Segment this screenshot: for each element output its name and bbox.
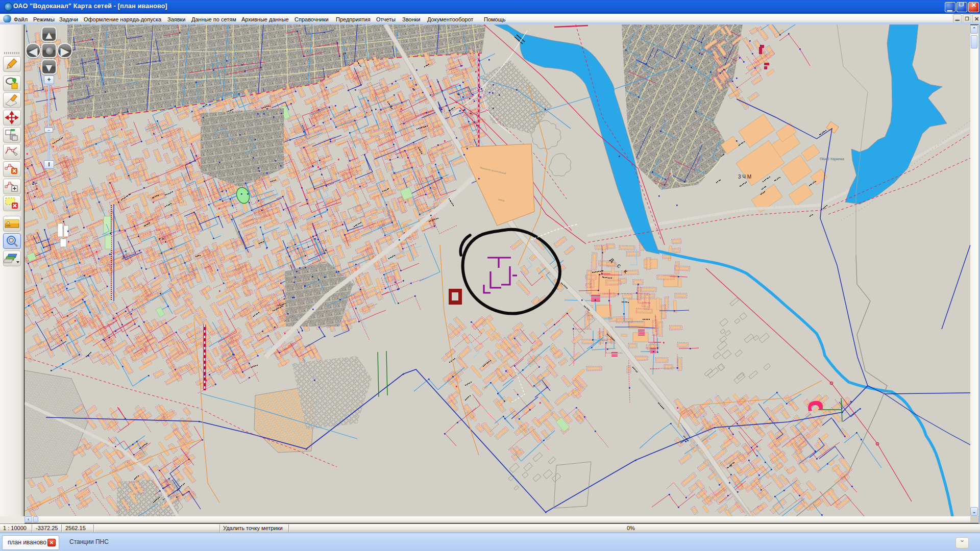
svg-text:3 Ч М: 3 Ч М (738, 174, 751, 180)
svg-text:ПКиО Харинка: ПКиО Харинка (820, 157, 844, 161)
svg-text:mm: mm (6, 224, 10, 227)
